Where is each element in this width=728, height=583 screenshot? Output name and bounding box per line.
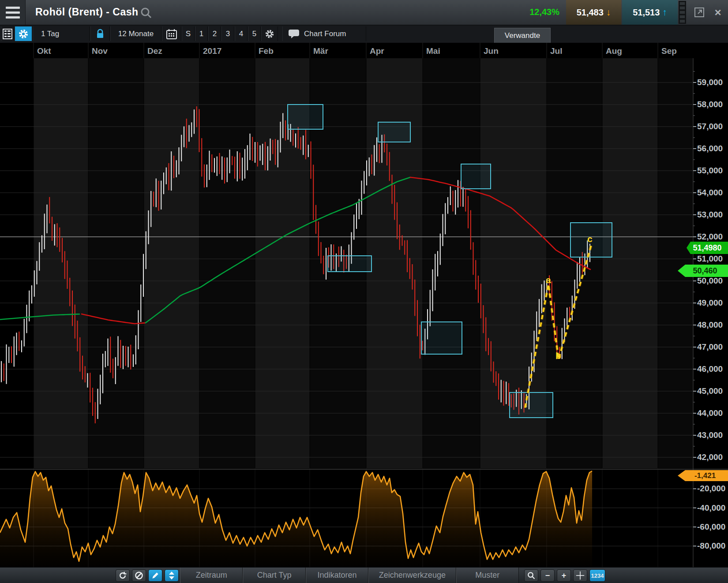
month-label-Feb: Feb [259, 46, 274, 56]
lock-scale-button[interactable] [90, 26, 110, 41]
chart-toolbar: 1 Tag 12 Monate S 1 2 3 4 5 [0, 26, 728, 43]
calendar-icon [166, 29, 177, 39]
gear-icon [265, 29, 274, 39]
oscillator-tick-label: -20,000 [697, 484, 728, 493]
annotation-box[interactable] [378, 122, 410, 142]
month-band [34, 58, 88, 468]
date-range-button[interactable] [162, 26, 181, 41]
period-dropdown[interactable]: 1 Tag [33, 26, 90, 41]
plus-icon: + [562, 571, 567, 580]
price-level-badge: 50,460 [678, 265, 728, 277]
speed-button-s[interactable]: S [182, 26, 195, 41]
list-icon [3, 29, 12, 39]
sell-price: 51,483 [577, 7, 604, 18]
instrument-title: Rohöl (Brent) - Cash [35, 6, 139, 18]
range-value: 12 Monate [118, 30, 154, 38]
month-label-Mai: Mai [426, 46, 440, 56]
month-band [423, 58, 480, 468]
hamburger-icon [6, 7, 20, 9]
annotation-box[interactable] [421, 322, 462, 354]
price-tick-label: 45,000 [697, 386, 728, 396]
speech-bubble-icon [288, 29, 300, 39]
trading-app-window: Rohöl (Brent) - Cash 12,43% 51,483 ↓ 51,… [0, 0, 728, 583]
price-tick-label: 52,000 [697, 232, 728, 242]
speed-button-5[interactable]: 5 [248, 26, 261, 41]
price-chart-canvas: abc [0, 43, 728, 567]
month-band [658, 58, 693, 468]
draw-mode-button[interactable] [148, 569, 162, 582]
price-up-arrow-icon: ↑ [662, 7, 667, 18]
price-tick-label: 59,000 [697, 78, 728, 87]
menu-chart-typ[interactable]: Chart Typ [243, 568, 305, 583]
price-tick-label: 43,000 [697, 430, 728, 440]
annotation-box[interactable] [328, 256, 372, 272]
oscillator-tick-label: -60,000 [697, 522, 728, 532]
price-tick-label: 53,000 [697, 210, 728, 220]
month-band [144, 58, 199, 468]
chart-forum-button[interactable]: Chart Forum [282, 26, 366, 41]
no-entry-icon [135, 571, 143, 580]
close-button[interactable]: × [710, 5, 725, 19]
price-tick-label: 58,000 [697, 100, 728, 109]
search-icon[interactable] [140, 7, 152, 19]
numbers-icon: 1234 [591, 572, 604, 579]
oscillator-value-badge: -1,421 [678, 470, 728, 481]
zoom-mode-button[interactable] [524, 569, 538, 582]
chart-menu-group: Zeitraum Chart Typ Indikatoren Zeichenwe… [180, 568, 519, 583]
price-tick-label: 42,000 [697, 452, 728, 462]
oscillator-tick-label: -40,000 [697, 503, 728, 513]
sell-price-button[interactable]: 51,483 ↓ [566, 0, 621, 25]
speed-button-4[interactable]: 4 [235, 26, 248, 41]
annotation-box[interactable] [510, 392, 553, 418]
menu-muster[interactable]: Muster [456, 568, 519, 583]
show-values-button[interactable]: 1234 [589, 569, 605, 582]
month-label-Sep: Sep [661, 46, 677, 56]
range-dropdown[interactable]: 12 Monate [110, 26, 161, 41]
month-label-Mär: Mär [313, 46, 328, 56]
crosshair-button[interactable] [573, 569, 587, 582]
price-tick-label: 49,000 [697, 298, 728, 308]
chart-area[interactable]: abc OktNovDez2017FebMärAprMaiJunJulAugSe… [0, 43, 728, 567]
menu-indikatoren[interactable]: Indikatoren [306, 568, 368, 583]
gear-icon [18, 29, 29, 39]
price-tick-label: 55,000 [697, 166, 728, 176]
month-label-Aug: Aug [606, 46, 622, 56]
hamburger-menu-button[interactable] [0, 0, 26, 25]
magnifier-icon [527, 572, 535, 579]
zigzag-label-b: b [555, 351, 561, 361]
reset-chart-button[interactable] [116, 569, 130, 582]
speed-button-1[interactable]: 1 [195, 26, 208, 41]
annotation-box[interactable] [288, 105, 323, 129]
refresh-icon [118, 571, 127, 580]
depth-ladder-strip[interactable] [679, 1, 686, 24]
related-tab[interactable]: Verwandte [494, 28, 551, 43]
month-label-2017: 2017 [203, 46, 221, 56]
title-bar: Rohöl (Brent) - Cash 12,43% 51,483 ↓ 51,… [0, 0, 728, 26]
popout-window-button[interactable] [692, 5, 707, 19]
crosshair-icon [576, 571, 585, 580]
zoom-out-button[interactable]: − [540, 569, 555, 582]
menu-zeichenwerkzeuge[interactable]: Zeichenwerkzeuge [368, 568, 456, 583]
oscillator-tick-label: -80,000 [697, 541, 728, 551]
clear-drawings-button[interactable] [132, 569, 146, 582]
close-icon: × [714, 6, 721, 19]
month-label-Dez: Dez [147, 46, 162, 56]
speed-button-2[interactable]: 2 [208, 26, 221, 41]
month-label-Jun: Jun [484, 46, 499, 56]
annotation-box[interactable] [461, 164, 491, 189]
month-band [602, 58, 658, 468]
pencil-icon [151, 571, 160, 580]
up-down-arrows-icon [168, 571, 176, 580]
price-tick-label: 51,000 [697, 254, 728, 264]
buy-price-button[interactable]: 51,513 ↑ [622, 0, 678, 25]
menu-zeitraum[interactable]: Zeitraum [180, 568, 243, 583]
indicator-settings-button[interactable] [261, 26, 278, 41]
order-ticket-button[interactable] [1, 26, 14, 41]
month-band [88, 58, 144, 468]
chart-settings-button[interactable] [15, 26, 32, 41]
popout-icon [694, 7, 705, 18]
zoom-in-button[interactable]: + [557, 569, 571, 582]
change-percent: 12,43% [529, 7, 559, 17]
sort-order-button[interactable] [165, 569, 179, 582]
speed-button-3[interactable]: 3 [221, 26, 234, 41]
